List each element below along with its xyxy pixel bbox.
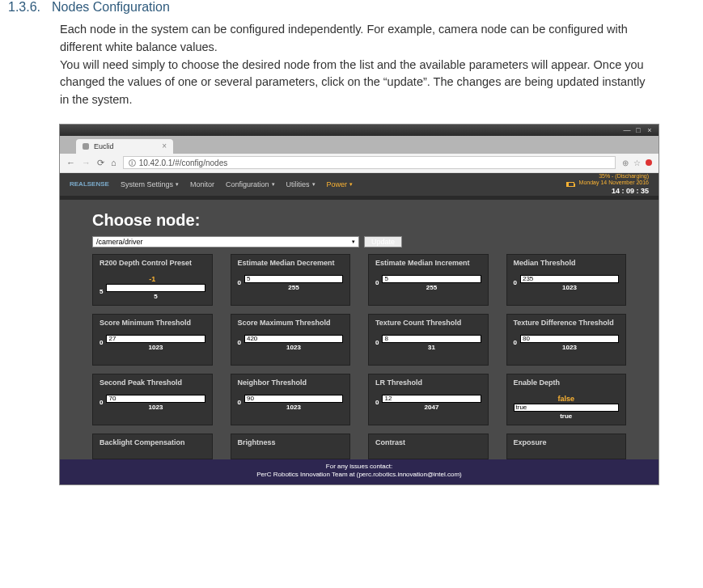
max-label: 2047 [425, 404, 439, 411]
search-icon[interactable]: ⊕ [622, 159, 629, 167]
minimize-icon[interactable]: — [623, 126, 631, 134]
min-label: 0 [238, 279, 241, 286]
slider[interactable]: 12 [382, 395, 481, 403]
maximize-icon[interactable]: □ [634, 126, 642, 134]
doc-paragraph-1: Each node in the system can be configure… [60, 21, 646, 57]
min-label: 0 [375, 339, 379, 346]
slider-value: 27 [108, 335, 116, 342]
section-number: 1.3.6. [8, 0, 40, 15]
slider-value: 80 [523, 335, 530, 342]
node-select-value: /camera/driver [96, 238, 143, 246]
chevron-down-icon: ▾ [352, 239, 355, 245]
extension-icon[interactable] [646, 159, 652, 166]
info-icon[interactable]: i [129, 159, 136, 167]
bool-slider[interactable]: true [514, 404, 620, 412]
doc-paragraph-2: You will need simply to choose the desir… [60, 57, 646, 109]
param-card: Exposure [506, 434, 627, 459]
card-title: Exposure [514, 438, 620, 453]
update-button[interactable]: Update [364, 236, 402, 247]
forward-icon[interactable]: → [82, 158, 91, 167]
slider-value: 235 [523, 275, 533, 282]
slider[interactable]: 80 [520, 335, 619, 343]
menu-monitor[interactable]: Monitor [190, 180, 214, 188]
max-label: 255 [426, 284, 437, 291]
card-title: Brightness [238, 438, 344, 453]
bool-max: true [514, 412, 620, 420]
min-label: 5 [100, 288, 103, 295]
section-title: Nodes Configuration [52, 0, 170, 15]
param-card: R200 Depth Control Preset-155 [92, 254, 213, 306]
tab-close-icon[interactable]: × [162, 142, 167, 150]
param-card: Neighbor Threshold0901023 [231, 374, 351, 425]
max-label: 1023 [562, 284, 577, 291]
min-label: 0 [514, 339, 517, 346]
battery-text: 35% - (Discharging) [599, 173, 649, 179]
menu-configuration[interactable]: Configuration▾ [226, 180, 275, 188]
slider-value: 420 [247, 335, 257, 342]
battery-icon [566, 182, 574, 187]
slider[interactable]: 8 [382, 335, 481, 343]
param-card: Estimate Median Increment05255 [368, 254, 489, 306]
app-navbar: REALSENSE System Settings▾ Monitor Confi… [60, 173, 659, 196]
date-text: Monday 14 November 2016 [579, 180, 649, 186]
slider-value: 70 [108, 395, 116, 402]
slider-value: 12 [384, 395, 392, 402]
slider-value: 5 [384, 275, 387, 282]
menu-system-settings[interactable]: System Settings▾ [121, 180, 179, 188]
favicon-icon [83, 143, 89, 150]
card-title: Estimate Median Increment [375, 259, 481, 273]
min-label: 0 [100, 399, 103, 406]
param-card: Estimate Median Decrement05255 [231, 254, 351, 306]
slider[interactable]: 27 [106, 335, 205, 343]
slider[interactable]: 90 [244, 395, 343, 403]
browser-tab[interactable]: Euclid × [76, 139, 173, 154]
param-card: Backlight Compensation [92, 434, 213, 459]
card-title: Estimate Median Decrement [238, 259, 344, 273]
slider-value: 8 [384, 335, 387, 342]
close-icon[interactable]: × [646, 126, 654, 134]
card-title: Texture Difference Threshold [514, 319, 620, 333]
card-title: LR Threshold [375, 379, 481, 393]
app-body: Choose node: /camera/driver ▾ Update R20… [60, 200, 659, 459]
slider[interactable]: 420 [244, 335, 343, 343]
star-icon[interactable]: ☆ [633, 159, 641, 167]
back-icon[interactable]: ← [66, 158, 75, 167]
footer-line1: For any issues contact: [60, 463, 659, 471]
node-select[interactable]: /camera/driver ▾ [92, 236, 359, 247]
param-card: Score Maximum Threshold04201023 [231, 314, 351, 366]
card-title: Contrast [375, 438, 481, 453]
param-card: Second Peak Threshold0701023 [92, 374, 213, 425]
param-card: Contrast [368, 434, 489, 459]
address-field[interactable]: i 10.42.0.1/#/config/nodes [123, 156, 616, 169]
current-value: -1 [100, 275, 205, 283]
slider[interactable]: 235 [520, 275, 619, 283]
max-label: 31 [428, 344, 435, 351]
card-title: Second Peak Threshold [100, 379, 205, 393]
min-label: 0 [100, 339, 103, 346]
reload-icon[interactable]: ⟳ [97, 158, 104, 168]
slider[interactable]: 5 [244, 275, 343, 283]
param-card: LR Threshold0122047 [368, 374, 489, 425]
min-label: 0 [375, 279, 379, 286]
slider[interactable]: 70 [106, 395, 205, 403]
tab-title: Euclid [94, 142, 114, 150]
url-text: 10.42.0.1/#/config/nodes [139, 159, 228, 167]
param-card: Score Minimum Threshold0271023 [92, 314, 213, 366]
bool-value: false [514, 395, 620, 403]
footer-line2: PerC Robotics Innovation Team at (perc.r… [60, 471, 659, 479]
card-title: R200 Depth Control Preset [100, 259, 205, 273]
min-label: 0 [238, 399, 241, 406]
footer: For any issues contact: PerC Robotics In… [60, 459, 659, 484]
card-title: Score Minimum Threshold [100, 319, 205, 333]
slider[interactable] [106, 284, 205, 292]
slider-value: 5 [247, 275, 250, 282]
param-card: Enable Depthfalsetruetrue [506, 374, 627, 425]
menu-utilities[interactable]: Utilities▾ [286, 180, 316, 188]
tab-strip: Euclid × [60, 136, 659, 154]
min-label: 0 [375, 399, 379, 406]
max-label: 1023 [286, 344, 301, 351]
menu-power[interactable]: Power▾ [327, 180, 354, 188]
slider[interactable]: 5 [382, 275, 481, 283]
home-icon[interactable]: ⌂ [111, 158, 116, 167]
window-titlebar: — □ × [60, 125, 659, 136]
